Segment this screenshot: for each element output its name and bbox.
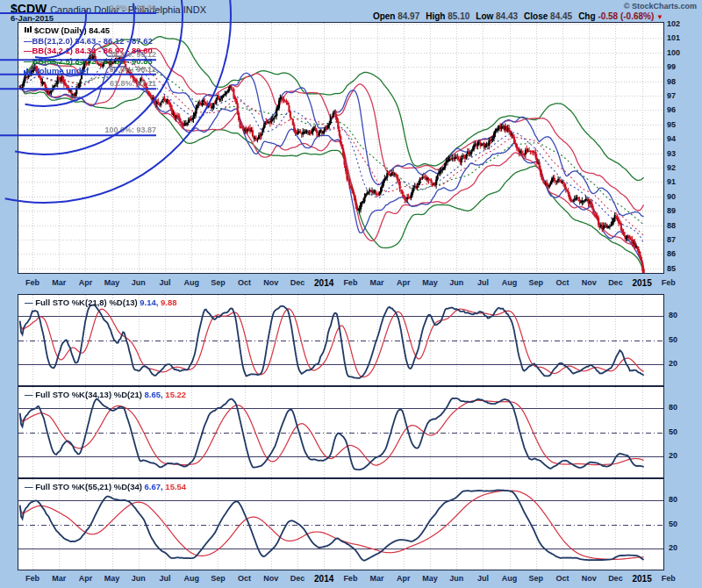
- close-value: 84.45: [550, 11, 572, 21]
- legend-instrument: $CDW (Daily) 84.45: [24, 25, 153, 36]
- stoch-21-canvas[interactable]: [18, 295, 663, 385]
- price-tick-92: 92: [667, 163, 676, 172]
- chg-down-triangle-icon[interactable]: ▼: [656, 13, 663, 21]
- price-tick-87: 87: [667, 235, 676, 244]
- main-chart-legend: $CDW (Daily) 84.45 —BB(21,2.0) 84.63 - 8…: [24, 25, 153, 76]
- price-tick-100: 100: [667, 48, 680, 57]
- price-tick-90: 90: [667, 192, 676, 201]
- stoch-panel-21-8: — Full STO %K(21,8) %D(13) 9.14, 9.88: [18, 294, 664, 386]
- month-label-bottom-Feb: Feb: [653, 574, 684, 583]
- close-label: Close: [524, 11, 548, 21]
- legend-bb34: —BB(34,2.1) 84.34 - 86.97 - 89.60: [24, 46, 153, 56]
- stoch-0-tick-20: 20: [669, 359, 677, 368]
- low-label: Low: [476, 11, 493, 21]
- stoch-34-legend: — Full STO %K(34,13) %D(21) 8.65, 15.22: [25, 390, 186, 399]
- stoch-2-tick-50: 50: [669, 520, 677, 528]
- stoch-1-tick-50: 50: [669, 427, 677, 436]
- stoch-2-tick-20: 20: [669, 543, 677, 552]
- low-value: 84.43: [496, 11, 518, 21]
- high-label: High: [426, 11, 445, 21]
- price-tick-89: 89: [667, 206, 676, 215]
- stoch-55-canvas[interactable]: [18, 479, 663, 570]
- legend-bb55: —BB(55,2.5) 84.32 - 87.58 - 90.83: [24, 56, 153, 67]
- volume-bars-icon: [24, 66, 32, 73]
- price-tick-91: 91: [667, 177, 676, 186]
- price-tick-86: 86: [667, 249, 676, 258]
- price-tick-102: 102: [667, 19, 680, 28]
- stoch-1-tick-20: 20: [669, 451, 677, 460]
- price-tick-98: 98: [667, 77, 676, 86]
- price-tick-97: 97: [667, 91, 676, 100]
- stoch-panel-34-13: — Full STO %K(34,13) %D(21) 8.65, 15.22: [18, 386, 664, 478]
- price-tick-95: 95: [667, 120, 676, 129]
- stoch-55-legend: — Full STO %K(55,21) %D(34) 6.67, 15.54: [25, 482, 186, 491]
- stoch-0-tick-50: 50: [669, 335, 677, 344]
- price-tick-93: 93: [667, 149, 676, 158]
- price-tick-94: 94: [667, 134, 676, 143]
- price-tick-96: 96: [667, 105, 676, 114]
- legend-volume: Volume undef: [24, 66, 153, 76]
- copyright: © StockCharts.com: [624, 2, 697, 11]
- open-value: 84.97: [398, 11, 419, 21]
- price-tick-85: 85: [667, 264, 676, 273]
- stoch-1-tick-80: 80: [669, 403, 677, 412]
- candlestick-icon: [24, 25, 32, 32]
- price-tick-99: 99: [667, 62, 676, 71]
- high-value: 85.10: [448, 11, 469, 21]
- chg-label: Chg: [578, 11, 595, 21]
- stoch-panel-55-21: — Full STO %K(55,21) %D(34) 6.67, 15.54: [18, 478, 664, 570]
- price-tick-101: 101: [667, 33, 680, 42]
- price-tick-88: 88: [667, 221, 676, 230]
- stoch-21-legend: — Full STO %K(21,8) %D(13) 9.14, 9.88: [25, 298, 177, 307]
- stoch-34-canvas[interactable]: [18, 387, 663, 477]
- instrument-name: Canadian Dollar - Philadelphia INDX: [50, 4, 206, 15]
- stoch-2-tick-80: 80: [669, 495, 677, 504]
- chg-value: -0.58 (-0.68%): [598, 11, 654, 21]
- month-label-top-Feb: Feb: [653, 278, 684, 287]
- open-label: Open: [373, 11, 396, 21]
- legend-bb21: —BB(21,2.0) 84.63 - 86.12 - 87.62: [24, 36, 153, 47]
- stockcharts-page: $CDW Canadian Dollar - Philadelphia INDX…: [0, 0, 702, 588]
- stoch-0-tick-80: 80: [669, 311, 677, 319]
- ohlc-readout: Open 84.97High 85.10Low 84.43Close 84.45…: [373, 11, 663, 21]
